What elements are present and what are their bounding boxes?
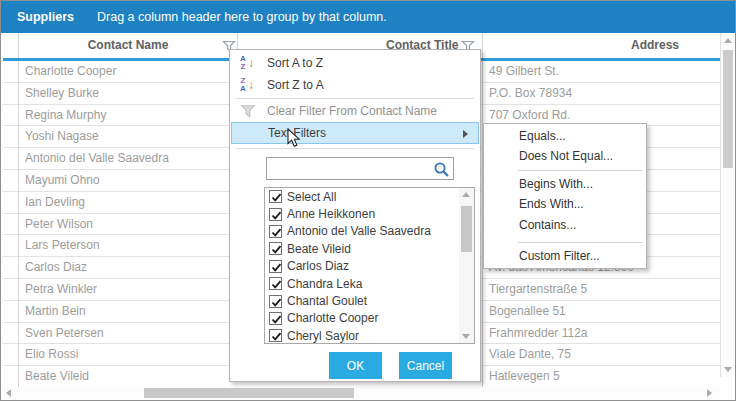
contact-name-cell: Petra Winkler	[19, 279, 238, 301]
list-item[interactable]: Cheryl Saylor	[265, 327, 474, 344]
menu-item-contains[interactable]: Contains...	[485, 215, 645, 235]
address-cell: Tiergartenstraße 5	[483, 279, 720, 301]
scroll-down-icon[interactable]	[724, 367, 732, 372]
row-indicator-cell	[3, 148, 19, 170]
menu-separator	[236, 98, 474, 99]
checkbox-checked[interactable]	[269, 260, 282, 273]
menu-item-custom-filter[interactable]: Custom Filter...	[485, 246, 645, 266]
row-indicator-cell	[3, 235, 19, 257]
row-indicator-cell	[3, 83, 19, 105]
checkbox-checked[interactable]	[269, 312, 282, 325]
checkbox-checked[interactable]	[269, 295, 282, 308]
scroll-up-icon[interactable]	[724, 38, 732, 43]
menu-item-clear-filter[interactable]: Clear Filter From Contact Name	[231, 100, 479, 122]
column-header-address[interactable]: Address	[483, 33, 720, 58]
row-indicator-cell	[3, 344, 19, 366]
search-icon[interactable]	[433, 161, 450, 178]
filter-value-items: Select All Anne Heikkonen Antonio de	[265, 188, 474, 344]
menu-item-sort-z-to-a[interactable]: ZA ↓ Sort Z to A	[231, 74, 479, 96]
column-header-contact-name[interactable]: Contact Name	[19, 33, 238, 58]
contact-name-cell: Sven Petersen	[19, 323, 238, 345]
list-item[interactable]: Select All	[265, 188, 474, 205]
menu-item-ends-with[interactable]: Ends With...	[485, 194, 645, 214]
address-cell: Frahmredder 112a	[483, 323, 720, 345]
list-scrollbar[interactable]	[459, 188, 474, 343]
contact-name-cell: Lars Peterson	[19, 235, 238, 257]
mouse-cursor	[287, 128, 301, 148]
clear-filter-icon	[238, 102, 260, 120]
row-indicator-cell	[3, 301, 19, 323]
menu-item-equals[interactable]: Equals...	[485, 126, 645, 146]
vertical-scrollbar[interactable]	[720, 33, 734, 377]
scroll-right-icon[interactable]	[707, 389, 712, 397]
contact-name-cell: Martin Bein	[19, 301, 238, 323]
checkbox-checked[interactable]	[269, 208, 282, 221]
group-by-hint: Drag a column header here to group by th…	[97, 1, 387, 33]
page-title: Suppliers	[17, 1, 74, 33]
checkbox-checked[interactable]	[269, 190, 282, 203]
list-item[interactable]: Carlos Diaz	[265, 258, 474, 275]
row-indicator-header	[3, 33, 19, 58]
filter-search-box	[266, 157, 454, 180]
sort-za-icon: ZA ↓	[238, 76, 260, 94]
cancel-button[interactable]: Cancel	[399, 352, 452, 379]
filter-popup: AZ ↓ Sort A to Z ZA ↓ Sort Z to A Clear …	[229, 49, 481, 382]
list-item[interactable]: Beate Vileid	[265, 240, 474, 257]
contact-name-cell: Shelley Burke	[19, 83, 238, 105]
row-indicator-cell	[3, 214, 19, 236]
address-cell: P.O. Box 78934	[483, 83, 720, 105]
list-item[interactable]: Chantal Goulet	[265, 292, 474, 309]
checkbox-checked[interactable]	[269, 329, 282, 342]
list-scrollbar-thumb[interactable]	[461, 206, 472, 252]
checkbox-checked[interactable]	[269, 225, 282, 238]
row-indicator-cell	[3, 126, 19, 148]
address-cell: Viale Dante, 75	[483, 344, 720, 366]
checkbox-checked[interactable]	[269, 277, 282, 290]
filter-value-list: Select All Anne Heikkonen Antonio de	[264, 187, 475, 344]
row-indicator-cell	[3, 279, 19, 301]
group-panel: Suppliers Drag a column header here to g…	[1, 1, 735, 33]
row-indicator-cell	[3, 105, 19, 127]
checkbox-checked[interactable]	[269, 242, 282, 255]
menu-separator	[236, 148, 474, 149]
horizontal-scrollbar-thumb[interactable]	[144, 388, 354, 398]
contact-name-cell: Regina Murphy	[19, 105, 238, 127]
row-indicator-cell	[3, 170, 19, 192]
menu-item-begins-with[interactable]: Begins With...	[485, 174, 645, 194]
list-item[interactable]: Charlotte Cooper	[265, 310, 474, 327]
contact-name-cell: Antonio del Valle Saavedra	[19, 148, 238, 170]
contact-name-cell: Carlos Diaz	[19, 257, 238, 279]
list-item[interactable]: Antonio del Valle Saavedra	[265, 223, 474, 240]
address-cell: 49 Gilbert St.	[483, 61, 720, 83]
row-indicator-cell	[3, 323, 19, 345]
menu-item-does-not-equal[interactable]: Does Not Equal...	[485, 146, 645, 166]
horizontal-scrollbar[interactable]	[3, 387, 720, 399]
search-input[interactable]	[269, 159, 429, 178]
sort-az-icon: AZ ↓	[238, 54, 260, 72]
contact-name-cell: Peter Wilson	[19, 214, 238, 236]
ok-button[interactable]: OK	[329, 352, 382, 379]
row-indicator-cell	[3, 61, 19, 83]
row-indicator-cell	[3, 366, 19, 388]
menu-item-text-filters[interactable]: Text Filters	[231, 122, 479, 144]
contact-name-cell: Yoshi Nagase	[19, 126, 238, 148]
text-filters-submenu: Equals... Does Not Equal... Begins With.…	[483, 123, 647, 269]
vertical-scrollbar-thumb[interactable]	[723, 50, 733, 168]
contact-name-cell: Charlotte Cooper	[19, 61, 238, 83]
column-header-label: Contact Name	[88, 38, 169, 52]
row-indicator-cell	[3, 257, 19, 279]
scroll-up-icon[interactable]	[462, 192, 470, 197]
row-indicator-cell	[3, 192, 19, 214]
contact-name-cell: Mayumi Ohno	[19, 170, 238, 192]
contact-name-cell: Ian Devling	[19, 192, 238, 214]
contact-name-cell: Elio Rossi	[19, 344, 238, 366]
list-item[interactable]: Chandra Leka	[265, 275, 474, 292]
scroll-left-icon[interactable]	[6, 389, 11, 397]
suppliers-window: Suppliers Drag a column header here to g…	[0, 0, 736, 401]
menu-separator	[518, 242, 643, 243]
scroll-down-icon[interactable]	[462, 334, 470, 339]
menu-item-sort-a-to-z[interactable]: AZ ↓ Sort A to Z	[231, 52, 479, 74]
menu-separator	[518, 170, 643, 171]
list-item[interactable]: Anne Heikkonen	[265, 205, 474, 222]
contact-name-cell: Beate Vileid	[19, 366, 238, 388]
